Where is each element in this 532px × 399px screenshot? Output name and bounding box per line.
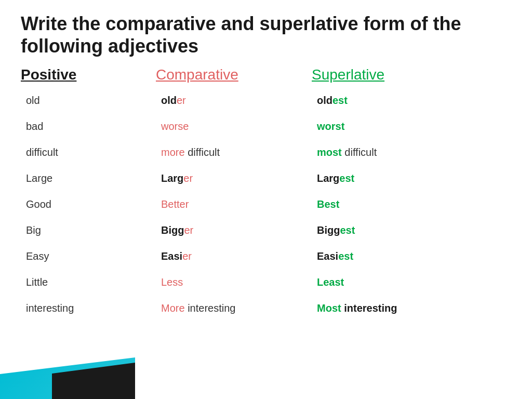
cell-comparative: worse	[156, 121, 312, 132]
adjectives-table: Positive Comparative Superlative oldolde…	[21, 66, 511, 321]
cell-positive: difficult	[21, 147, 156, 158]
cell-superlative: most difficult	[312, 147, 511, 158]
cell-superlative: oldest	[312, 95, 511, 107]
cell-comparative: Less	[156, 276, 312, 288]
cell-superlative: Biggest	[312, 224, 511, 236]
page-title: Write the comparative and superlative fo…	[21, 12, 511, 57]
rows-container: oldolderoldestbadworseworstdifficultmore…	[21, 87, 511, 321]
header-superlative: Superlative	[312, 66, 511, 83]
header-positive: Positive	[21, 66, 156, 83]
cell-comparative: older	[156, 95, 312, 107]
cell-positive: Little	[21, 276, 156, 288]
table-row: difficultmore difficultmost difficult	[21, 139, 511, 165]
cell-superlative: Least	[312, 276, 511, 288]
cell-comparative: Better	[156, 198, 312, 210]
table-row: EasyEasierEasiest	[21, 243, 511, 269]
cell-positive: Good	[21, 198, 156, 210]
cell-comparative: Bigger	[156, 224, 312, 236]
cell-comparative: Easier	[156, 250, 312, 262]
table-row: oldolderoldest	[21, 87, 511, 113]
table-row: BigBiggerBiggest	[21, 217, 511, 243]
cell-comparative: More interesting	[156, 302, 312, 314]
cell-comparative: more difficult	[156, 147, 312, 158]
cell-comparative: Larger	[156, 172, 312, 184]
cell-positive: Large	[21, 172, 156, 184]
header-comparative: Comparative	[156, 66, 312, 83]
table-row: LittleLessLeast	[21, 269, 511, 295]
table-row: GoodBetterBest	[21, 191, 511, 217]
cell-superlative: worst	[312, 121, 511, 132]
cell-superlative: Best	[312, 198, 511, 210]
table-row: badworseworst	[21, 113, 511, 139]
cell-superlative: Easiest	[312, 250, 511, 262]
cell-positive: Easy	[21, 250, 156, 262]
cell-positive: interesting	[21, 302, 156, 314]
cell-positive: Big	[21, 224, 156, 236]
cell-positive: bad	[21, 121, 156, 132]
cell-positive: old	[21, 95, 156, 107]
cell-superlative: Largest	[312, 172, 511, 184]
bottom-decoration	[0, 352, 145, 399]
table-row: interestingMore interestingMost interest…	[21, 295, 511, 321]
cell-superlative: Most interesting	[312, 302, 511, 314]
table-row: LargeLargerLargest	[21, 165, 511, 191]
column-headers: Positive Comparative Superlative	[21, 66, 511, 83]
page-container: Write the comparative and superlative fo…	[0, 0, 532, 399]
